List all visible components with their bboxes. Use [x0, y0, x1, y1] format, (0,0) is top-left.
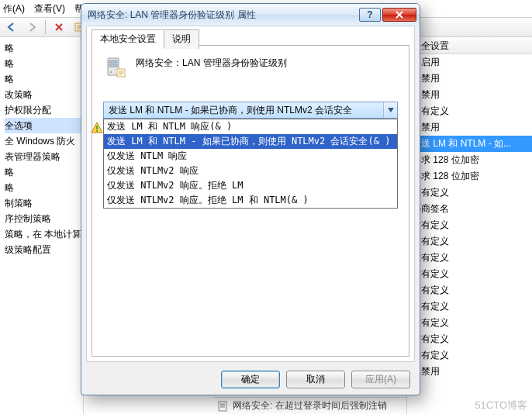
tree-item[interactable]: 护权限分配: [5, 102, 83, 118]
list-item[interactable]: 没有定义: [407, 347, 532, 364]
list-item[interactable]: 已禁用: [407, 119, 532, 136]
toolbar-back-icon[interactable]: [3, 19, 20, 35]
tab-local-security[interactable]: 本地安全设置: [92, 29, 164, 49]
list-item[interactable]: 没有定义: [407, 250, 532, 266]
list-item[interactable]: 没有定义: [407, 298, 532, 315]
policy-icon: [217, 400, 230, 412]
tab-explain[interactable]: 说明: [164, 29, 199, 49]
tree-item[interactable]: 略: [5, 40, 83, 56]
watermark: 51CTO博客: [475, 398, 527, 412]
list-header: 安全设置: [407, 37, 532, 54]
combo-dropdown[interactable]: 发送 LM 和 NTLM 响应(& )发送 LM 和 NTLM - 如果已协商，…: [103, 119, 398, 209]
chevron-down-icon[interactable]: [383, 102, 397, 118]
tree-item[interactable]: 全 Windows 防火: [5, 133, 83, 149]
list-item[interactable]: 没有定义: [407, 331, 532, 347]
svg-rect-2: [219, 402, 226, 411]
dialog-titlebar[interactable]: 网络安全: LAN 管理器身份验证级别 属性 ?: [81, 4, 420, 26]
properties-dialog: 网络安全: LAN 管理器身份验证级别 属性 ? 本地安全设置 说明: [81, 3, 420, 395]
menu-item[interactable]: 作(A): [3, 2, 25, 16]
dropdown-option[interactable]: 仅发送 NTLMv2 响应。拒绝 LM: [104, 178, 397, 193]
list-item[interactable]: 发送 LM 和 NTLM - 如...: [407, 136, 532, 152]
list-item[interactable]: 已启用: [407, 54, 532, 71]
list-item[interactable]: 已禁用: [407, 71, 532, 87]
toolbar-forward-icon[interactable]: [23, 19, 40, 35]
tree-item[interactable]: 全选项: [5, 118, 83, 133]
tree-item[interactable]: 略: [5, 164, 83, 180]
tree-item[interactable]: 表管理器策略: [5, 149, 83, 164]
help-button[interactable]: ?: [359, 8, 381, 22]
svg-rect-5: [109, 64, 117, 67]
dropdown-option[interactable]: 仅发送 NTLMv2 响应。拒绝 LM 和 NTLM(& ): [104, 193, 397, 208]
list-item[interactable]: 没有定义: [407, 185, 532, 201]
auth-level-combo[interactable]: 发送 LM 和 NTLM - 如果已协商，则使用 NTLMv2 会话安全 发送 …: [103, 102, 398, 119]
toolbar-delete-icon[interactable]: [50, 19, 67, 35]
apply-button[interactable]: 应用(A): [351, 371, 410, 388]
status-bar: 网络安全: 在超过登录时间后强制注销: [214, 397, 406, 414]
tab-panel: 网络安全：LAN 管理器身份验证级别 发送 LM 和 NTLM - 如果已协商，…: [92, 45, 409, 357]
list-item[interactable]: 没有定义: [407, 103, 532, 119]
list-item[interactable]: 要求 128 位加密: [407, 168, 532, 185]
list-item[interactable]: 没有定义: [407, 266, 532, 282]
svg-rect-9: [96, 130, 98, 132]
tree-item[interactable]: 策略，在 本地计算: [5, 226, 83, 242]
server-icon: [103, 55, 128, 80]
tree-item[interactable]: 略: [5, 71, 83, 87]
dialog-button-row: 确定 取消 应用(A): [221, 371, 410, 388]
combo-value: 发送 LM 和 NTLM - 如果已协商，则使用 NTLMv2 会话安全: [109, 104, 352, 117]
ok-button[interactable]: 确定: [221, 371, 280, 388]
dialog-title: 网络安全: LAN 管理器身份验证级别 属性: [88, 9, 358, 22]
tree-item[interactable]: 级策略配置: [5, 242, 83, 257]
warning-icon: [91, 122, 103, 134]
tab-strip: 本地安全设置 说明: [92, 29, 199, 49]
tree-item[interactable]: 制策略: [5, 195, 83, 211]
tree-item[interactable]: 改策略: [5, 87, 83, 102]
close-icon: [395, 11, 404, 19]
dropdown-option[interactable]: 发送 LM 和 NTLM 响应(& ): [104, 119, 397, 134]
dropdown-option[interactable]: 仅发送 NTLM 响应: [104, 149, 397, 164]
svg-rect-4: [109, 60, 117, 63]
close-button[interactable]: [382, 8, 416, 22]
svg-rect-8: [96, 126, 98, 129]
nav-tree[interactable]: 略略略改策略护权限分配全选项全 Windows 防火表管理器策略略略制策略序控制…: [0, 37, 84, 414]
tree-item[interactable]: 略: [5, 56, 83, 71]
list-item[interactable]: 没有定义: [407, 217, 532, 233]
list-item[interactable]: 没有定义: [407, 282, 532, 298]
list-item[interactable]: 没有定义: [407, 315, 532, 331]
svg-point-6: [110, 71, 112, 73]
combo-display[interactable]: 发送 LM 和 NTLM - 如果已协商，则使用 NTLMv2 会话安全: [103, 102, 398, 119]
tree-item[interactable]: 略: [5, 180, 83, 195]
tree-item[interactable]: 序控制策略: [5, 211, 83, 226]
list-item[interactable]: 要求 128 位加密: [407, 152, 532, 168]
dropdown-option[interactable]: 仅发送 NTLMv2 响应: [104, 164, 397, 178]
list-item[interactable]: 没有定义: [407, 233, 532, 250]
list-item[interactable]: 已禁用: [407, 87, 532, 103]
policy-name: 网络安全：LAN 管理器身份验证级别: [136, 55, 287, 70]
settings-list[interactable]: 安全设置 已启用已禁用已禁用没有定义已禁用发送 LM 和 NTLM - 如...…: [406, 37, 532, 414]
list-item[interactable]: 协商签名: [407, 201, 532, 217]
dropdown-option[interactable]: 发送 LM 和 NTLM - 如果已协商，则使用 NTLMv2 会话安全(& ): [104, 134, 397, 149]
list-item[interactable]: 已禁用: [407, 364, 532, 380]
menu-item[interactable]: 查看(V): [34, 2, 65, 16]
cancel-button[interactable]: 取消: [286, 371, 345, 388]
